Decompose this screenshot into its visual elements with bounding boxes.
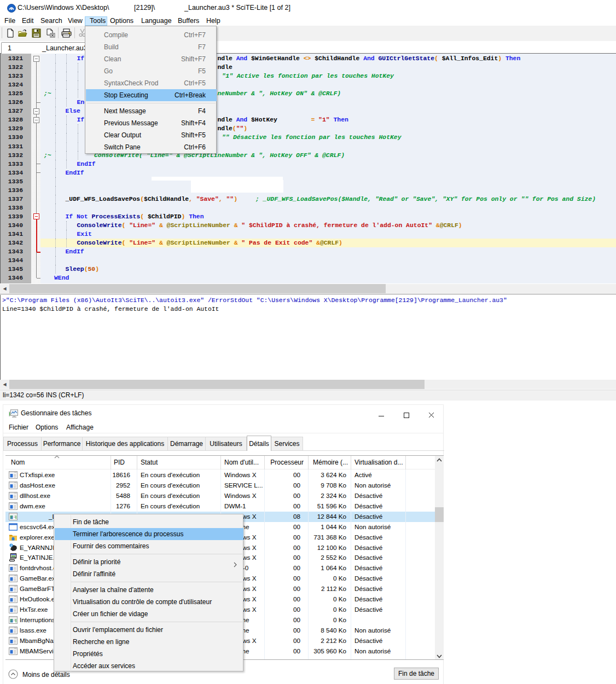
menu-edit[interactable]: Edit	[22, 17, 34, 26]
menu-item-clear-output[interactable]: Clear OutputShift+F5	[86, 129, 217, 141]
menu-language[interactable]: Language	[141, 17, 172, 26]
context-item-label: Fin de tâche	[73, 516, 109, 528]
pane-splitter[interactable]	[0, 294, 616, 294]
column-header-statut[interactable]: Statut	[141, 459, 217, 466]
menu-file[interactable]: File	[4, 17, 15, 26]
tm-menu-affichage[interactable]: Affichage	[66, 424, 94, 431]
new-document-icon[interactable]	[6, 28, 15, 38]
menu-tools[interactable]: Tools	[90, 17, 106, 26]
print-icon[interactable]	[61, 28, 72, 38]
code-line-1325: ;~	[44, 89, 51, 98]
fold-collapse-box[interactable]	[33, 56, 39, 62]
table-vscrollbar[interactable]	[435, 456, 444, 660]
save-icon[interactable]	[32, 28, 41, 38]
tm-menu-fichier[interactable]: Fichier	[9, 424, 28, 431]
menu-item-clean[interactable]: CleanShift+F7	[86, 53, 217, 65]
menu-item-build[interactable]: BuildF7	[86, 41, 217, 53]
output-hscrollbar[interactable]: ◀	[0, 380, 616, 389]
context-item-fin-de-t-che[interactable]: Fin de tâche	[55, 516, 243, 528]
fold-collapse-box[interactable]	[33, 117, 39, 123]
table-vscroll-thumb[interactable]	[435, 507, 444, 522]
app-window-icon	[9, 502, 18, 511]
tab-historique-des-applications[interactable]: Historique des applications	[83, 437, 168, 451]
line-number: 1322	[1, 63, 23, 72]
context-item-d-finir-la-priorit-[interactable]: Définir la priorité	[55, 556, 243, 568]
context-item-fournir-des-commentaires[interactable]: Fournir des commentaires	[55, 540, 243, 552]
column-divider[interactable]	[137, 456, 137, 469]
column-header-memoire[interactable]: Mémoire (...	[313, 459, 349, 466]
menu-buffers[interactable]: Buffers	[178, 17, 199, 26]
menu-item-next-message[interactable]: Next MessageF4	[86, 105, 217, 117]
menu-options[interactable]: Options	[110, 17, 133, 26]
cell-virtualisation: Désactivé	[355, 606, 406, 613]
column-divider[interactable]	[264, 456, 265, 469]
open-folder-icon[interactable]	[18, 28, 27, 38]
end-task-button[interactable]: Fin de tâche	[394, 668, 439, 680]
context-item-ouvrir-l-emplacement-du-fichier[interactable]: Ouvrir l'emplacement du fichier	[55, 624, 243, 636]
column-divider[interactable]	[405, 456, 406, 469]
editor-hscroll-thumb[interactable]	[9, 284, 386, 293]
scroll-left-arrow-icon[interactable]: ◀	[0, 284, 9, 293]
tab-services[interactable]: Services	[271, 437, 303, 451]
code-line-1328: If	[77, 115, 85, 124]
scite-titlebar[interactable]: C:\Users\Windows X\Desktop\ [2129]\ _Lau…	[0, 0, 616, 16]
menu-view[interactable]: View	[68, 17, 83, 26]
scroll-down-arrow-icon[interactable]	[435, 652, 444, 660]
column-divider[interactable]	[111, 456, 111, 469]
cell-memory: 2 324 Ko	[292, 492, 346, 499]
tab-utilisateurs[interactable]: Utilisateurs	[206, 437, 247, 451]
cell-virtualisation: Désactivé	[355, 564, 406, 571]
context-item-recherche-en-ligne[interactable]: Recherche en ligne	[55, 636, 243, 648]
menu-item-syntaxcheck-prod[interactable]: SyntaxCheck ProdCtrl+F5	[86, 77, 217, 89]
indent-guide	[66, 63, 67, 72]
scite-menubar: FileEditSearchViewToolsOptionsLanguageBu…	[0, 16, 616, 26]
column-header-nom[interactable]: Nom	[11, 459, 104, 466]
context-item-d-finir-l-affinit-[interactable]: Définir l'affinité	[55, 568, 243, 580]
menu-item-switch-pane[interactable]: Switch PaneCtrl+F6	[86, 141, 217, 153]
menu-item-shortcut: Ctrl+F6	[184, 141, 206, 153]
context-item-propri-t-s[interactable]: Propriétés	[55, 648, 243, 660]
context-item-terminer-l-arborescence-du-processus[interactable]: Terminer l'arborescence du processus	[55, 528, 243, 540]
line-number: 1323	[1, 72, 23, 80]
tab-label: Services	[271, 440, 303, 448]
fold-collapse-box[interactable]	[33, 108, 39, 114]
maximize-button[interactable]	[394, 405, 419, 421]
indent-guide	[66, 72, 67, 80]
fold-collapse-box[interactable]	[33, 213, 39, 219]
menu-help[interactable]: Help	[206, 17, 220, 26]
column-divider[interactable]	[308, 456, 309, 469]
close-button[interactable]	[419, 405, 444, 421]
column-header-utilisateur[interactable]: Nom d'util...	[224, 459, 263, 466]
context-item-cr-er-un-fichier-de-vidage[interactable]: Créer un fichier de vidage	[55, 608, 243, 620]
menu-item-previous-message[interactable]: Previous MessageShift+F4	[86, 117, 217, 129]
tab-performance[interactable]: Performance	[42, 437, 83, 451]
column-header-processeur[interactable]: Processeur	[265, 459, 304, 466]
context-item-virtualisation-du-contr-le-de-compte-d-utilisateur[interactable]: Virtualisation du contrôle de compte d'u…	[55, 596, 243, 608]
minimize-button[interactable]	[369, 405, 394, 421]
menu-item-compile[interactable]: CompileCtrl+F7	[86, 29, 217, 41]
less-details-label[interactable]: Moins de détails	[22, 671, 70, 679]
output-hscroll-thumb[interactable]	[9, 380, 425, 389]
collapse-details-icon[interactable]	[8, 669, 18, 679]
tab-d-marrage[interactable]: Démarrage	[168, 437, 206, 451]
editor-hscrollbar[interactable]: ◀	[0, 284, 616, 293]
menu-search[interactable]: Search	[40, 17, 62, 26]
column-divider[interactable]	[220, 456, 221, 469]
indent-guide	[66, 160, 67, 169]
task-manager-titlebar[interactable]: Gestionnaire des tâches	[3, 405, 443, 421]
output-pane[interactable]: >"C:\Program Files (x86)\AutoIt3\SciTE\.…	[0, 295, 616, 380]
column-divider[interactable]	[351, 456, 351, 469]
menu-item-go[interactable]: GoF5	[86, 65, 217, 77]
context-item-analyser-la-cha-ne-d-attente[interactable]: Analyser la chaîne d'attente	[55, 584, 243, 596]
column-header-virtualisation[interactable]: Virtualisation d...	[355, 459, 404, 466]
scroll-up-arrow-icon[interactable]	[435, 456, 444, 465]
fold-margin[interactable]	[31, 54, 40, 283]
tm-menu-options[interactable]: Options	[36, 424, 58, 431]
column-header-pid[interactable]: PID	[114, 459, 135, 466]
scroll-left-arrow-icon[interactable]: ◀	[0, 380, 9, 389]
tab-processus[interactable]: Processus	[3, 437, 42, 451]
close-document-icon[interactable]	[46, 28, 55, 38]
menu-item-stop-executing[interactable]: Stop ExecutingCtrl+Break	[86, 89, 217, 101]
context-item-acc-der-aux-services[interactable]: Accéder aux services	[55, 660, 243, 672]
tab-d-tails[interactable]: Détails	[247, 436, 271, 451]
